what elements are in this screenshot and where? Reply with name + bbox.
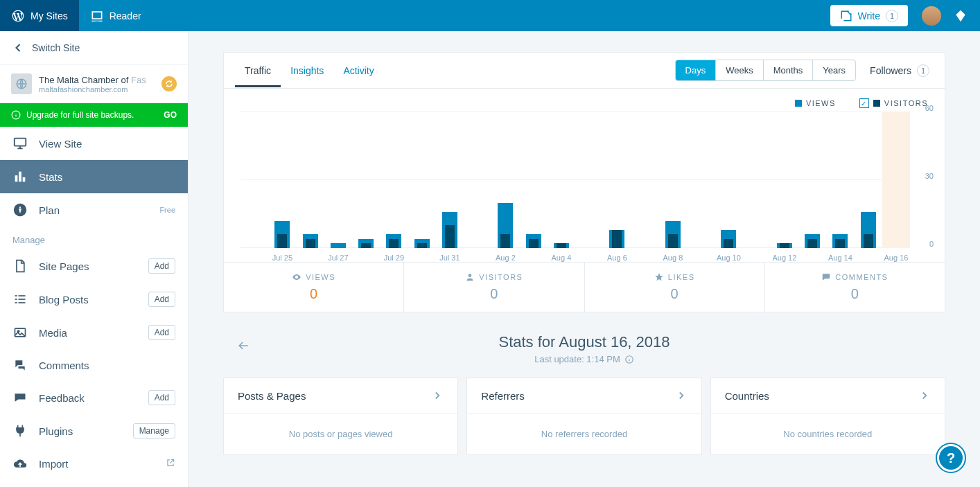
- x-tick: Aug 16: [882, 254, 910, 262]
- bar-col[interactable]: [548, 112, 575, 248]
- x-tick: Aug 2: [491, 254, 519, 262]
- nav-my-sites[interactable]: My Sites: [0, 0, 79, 31]
- x-tick: [743, 254, 771, 262]
- bar-col[interactable]: [743, 112, 771, 248]
- add-button[interactable]: Add: [148, 390, 175, 405]
- bar-col[interactable]: [464, 112, 491, 248]
- stat-comments[interactable]: COMMENTS 0: [764, 263, 945, 312]
- star-icon: [654, 272, 664, 282]
- bar-col[interactable]: [520, 112, 548, 248]
- tab-insights[interactable]: Insights: [281, 54, 333, 87]
- help-button[interactable]: ?: [937, 444, 965, 472]
- svg-point-15: [469, 274, 472, 277]
- followers-label: Followers: [870, 65, 911, 76]
- y-tick: 60: [925, 104, 934, 112]
- sidebar-item-view-site[interactable]: View Site: [0, 127, 188, 160]
- range-days[interactable]: Days: [676, 60, 716, 80]
- sidebar-item-plugins[interactable]: Plugins Manage: [0, 414, 188, 448]
- wordpress-icon: [11, 9, 25, 23]
- svg-rect-4: [19, 172, 21, 182]
- bar-col[interactable]: [855, 112, 882, 248]
- bar-col[interactable]: [268, 112, 296, 248]
- bar-col[interactable]: [659, 112, 687, 248]
- bar-col[interactable]: [631, 112, 659, 248]
- stat-value: 0: [224, 286, 403, 302]
- upgrade-banner[interactable]: Upgrade for full site backups. GO: [0, 103, 188, 127]
- x-tick: Aug 6: [603, 254, 631, 262]
- bar-col[interactable]: [297, 112, 324, 248]
- sidebar-item-comments[interactable]: Comments: [0, 349, 188, 381]
- bar-col[interactable]: [603, 112, 631, 248]
- sidebar-item-site-pages[interactable]: Site Pages Add: [0, 249, 188, 283]
- sidebar-item-label: Site Pages: [39, 260, 137, 272]
- reader-icon: [90, 9, 104, 23]
- bar-col[interactable]: [408, 112, 436, 248]
- bar-col[interactable]: [771, 112, 798, 248]
- add-button[interactable]: Add: [148, 325, 175, 340]
- stat-visitors[interactable]: VISITORS 0: [403, 263, 584, 312]
- avatar[interactable]: [922, 6, 941, 26]
- tab-traffic[interactable]: Traffic: [235, 54, 281, 87]
- sidebar-item-feedback[interactable]: Feedback Add: [0, 381, 188, 414]
- add-button[interactable]: Add: [148, 292, 175, 307]
- sidebar-item-import[interactable]: Import: [0, 448, 188, 479]
- bar-col[interactable]: [491, 112, 519, 248]
- bar-col[interactable]: [826, 112, 854, 248]
- notifications-icon[interactable]: [954, 9, 968, 23]
- x-tick: Jul 27: [324, 254, 352, 262]
- range-months[interactable]: Months: [763, 60, 813, 80]
- sidebar-item-plan[interactable]: Plan Free: [0, 193, 188, 227]
- site-block[interactable]: The Malta Chamber of Fas maltafashioncha…: [0, 65, 188, 103]
- sidebar-item-stats[interactable]: Stats: [0, 160, 188, 193]
- card-body: No countries recorded: [711, 414, 945, 454]
- bar-col[interactable]: [687, 112, 715, 248]
- comments-icon: [12, 358, 28, 372]
- bar-col[interactable]: [352, 112, 380, 248]
- stat-likes[interactable]: LIKES 0: [584, 263, 764, 312]
- info-icon[interactable]: [624, 355, 634, 364]
- bar-col[interactable]: [715, 112, 742, 248]
- nav-reader-label: Reader: [110, 10, 141, 21]
- bar-col[interactable]: [798, 112, 826, 248]
- legend-visitors[interactable]: ✓VISITORS: [859, 98, 928, 108]
- bar-col[interactable]: [436, 112, 464, 248]
- stat-views[interactable]: VIEWS 0: [224, 263, 403, 312]
- sidebar-item-label: Stats: [39, 171, 175, 183]
- x-tick: Aug 8: [659, 254, 687, 262]
- image-icon: [12, 326, 28, 339]
- manage-button[interactable]: Manage: [133, 423, 175, 439]
- bar-col[interactable]: [882, 112, 910, 248]
- add-button[interactable]: Add: [148, 258, 175, 274]
- write-button[interactable]: Write 1: [830, 5, 908, 26]
- sidebar-item-blog-posts[interactable]: Blog Posts Add: [0, 283, 188, 316]
- followers-link[interactable]: Followers 1: [856, 64, 934, 77]
- x-tick: [464, 254, 491, 262]
- bar-col[interactable]: [240, 112, 268, 248]
- feedback-icon: [12, 391, 28, 405]
- nav-reader[interactable]: Reader: [79, 0, 152, 31]
- card-header[interactable]: Countries: [711, 378, 945, 414]
- legend-views[interactable]: VIEWS: [795, 98, 836, 108]
- sidebar-item-label: Plan: [39, 204, 148, 216]
- sidebar-item-media[interactable]: Media Add: [0, 316, 188, 349]
- svg-rect-7: [15, 295, 17, 296]
- sidebar: Switch Site The Malta Chamber of Fas mal…: [0, 31, 189, 487]
- range-years[interactable]: Years: [812, 60, 855, 80]
- bar-col[interactable]: [324, 112, 352, 248]
- svg-rect-8: [19, 295, 26, 296]
- tab-activity[interactable]: Activity: [333, 54, 383, 87]
- bar-col[interactable]: [575, 112, 603, 248]
- svg-rect-9: [15, 299, 17, 300]
- card-header[interactable]: Referrers: [467, 378, 701, 414]
- x-tick: [855, 254, 882, 262]
- comment-icon: [821, 272, 831, 282]
- bar-col[interactable]: [380, 112, 408, 248]
- sidebar-item-label: Media: [39, 327, 137, 339]
- followers-count: 1: [917, 64, 929, 77]
- arrow-left-icon[interactable]: [237, 339, 251, 353]
- plan-icon: [12, 202, 28, 218]
- range-weeks[interactable]: Weeks: [715, 60, 763, 80]
- switch-site[interactable]: Switch Site: [0, 31, 188, 65]
- card-header[interactable]: Posts & Pages: [224, 378, 457, 414]
- chart-area: 03060 Jul 25Jul 27Jul 29Jul 31Aug 2Aug 4…: [224, 112, 945, 262]
